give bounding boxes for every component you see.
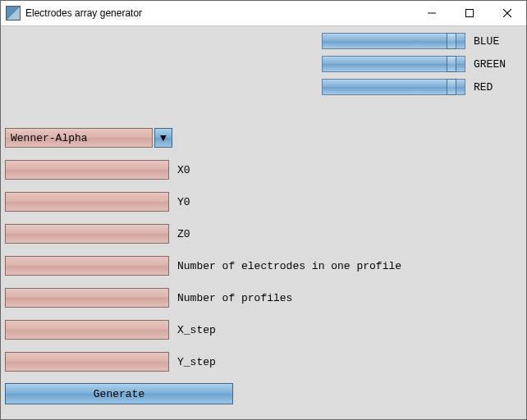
x0-row: X0 bbox=[5, 160, 190, 180]
maximize-button[interactable] bbox=[451, 1, 488, 25]
x-step-row: X_step bbox=[5, 320, 216, 340]
y-step-row: Y_step bbox=[5, 352, 216, 372]
app-window: Electrodes array generator BLUE bbox=[0, 0, 527, 420]
maximize-icon bbox=[465, 9, 474, 17]
window-title: Electrodes array generator bbox=[25, 7, 413, 19]
dropdown-button[interactable]: ▼ bbox=[154, 128, 172, 148]
svg-rect-1 bbox=[466, 10, 474, 17]
x-step-input[interactable] bbox=[5, 320, 169, 340]
app-icon bbox=[6, 6, 21, 21]
num-electrodes-input[interactable] bbox=[5, 256, 169, 276]
slider-red-row: RED bbox=[322, 78, 493, 96]
y0-label: Y0 bbox=[177, 196, 190, 208]
slider-green[interactable] bbox=[322, 56, 465, 72]
z0-input[interactable] bbox=[5, 224, 169, 244]
z0-row: Z0 bbox=[5, 224, 190, 244]
slider-thumb[interactable] bbox=[447, 33, 456, 49]
num-profiles-input[interactable] bbox=[5, 288, 169, 308]
array-type-row: Wenner-Alpha ▼ bbox=[5, 128, 172, 148]
num-electrodes-row: Number of electrodes in one profile bbox=[5, 256, 401, 276]
num-profiles-label: Number of profiles bbox=[177, 292, 292, 304]
slider-green-row: GREEN bbox=[322, 55, 506, 73]
minimize-icon bbox=[428, 9, 436, 17]
y0-row: Y0 bbox=[5, 192, 190, 212]
slider-thumb[interactable] bbox=[447, 79, 456, 95]
close-icon bbox=[503, 9, 511, 17]
chevron-down-icon: ▼ bbox=[160, 132, 167, 144]
x0-label: X0 bbox=[177, 164, 190, 176]
y-step-label: Y_step bbox=[177, 356, 216, 368]
num-profiles-row: Number of profiles bbox=[5, 288, 292, 308]
x0-input[interactable] bbox=[5, 160, 169, 180]
close-button[interactable] bbox=[488, 1, 526, 25]
slider-red[interactable] bbox=[322, 79, 465, 95]
y0-input[interactable] bbox=[5, 192, 169, 212]
num-electrodes-label: Number of electrodes in one profile bbox=[177, 260, 401, 272]
slider-thumb[interactable] bbox=[447, 56, 456, 72]
titlebar: Electrodes array generator bbox=[1, 1, 526, 26]
z0-label: Z0 bbox=[177, 228, 190, 240]
slider-red-label: RED bbox=[474, 81, 493, 94]
minimize-button[interactable] bbox=[413, 1, 451, 25]
slider-blue-label: BLUE bbox=[474, 35, 499, 48]
generate-button[interactable]: Generate bbox=[5, 383, 233, 404]
slider-green-label: GREEN bbox=[474, 58, 506, 71]
x-step-label: X_step bbox=[177, 324, 216, 336]
client-area: BLUE GREEN RED Wenner-Alpha ▼ X0 bbox=[1, 26, 526, 419]
array-type-dropdown[interactable]: Wenner-Alpha bbox=[5, 128, 153, 148]
array-type-selected: Wenner-Alpha bbox=[11, 132, 88, 144]
y-step-input[interactable] bbox=[5, 352, 169, 372]
generate-button-label: Generate bbox=[94, 388, 144, 400]
slider-blue[interactable] bbox=[322, 33, 465, 49]
slider-blue-row: BLUE bbox=[322, 32, 499, 50]
window-controls bbox=[413, 1, 526, 25]
